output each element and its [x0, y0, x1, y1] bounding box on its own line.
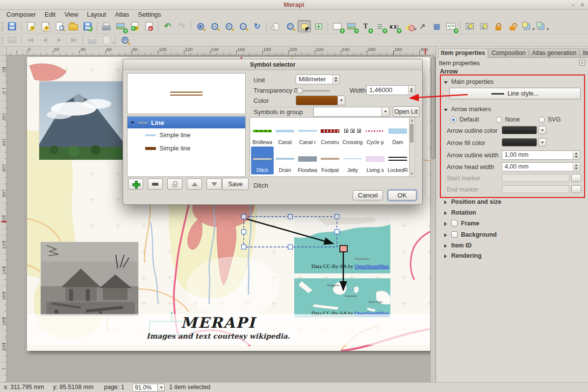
radio-svg-label[interactable]: SVG	[548, 116, 561, 123]
move-layer-down-button[interactable]	[206, 178, 222, 190]
radio-default-label[interactable]: Default	[460, 116, 479, 123]
open-template-icon[interactable]	[67, 20, 80, 32]
color-swatch[interactable]	[296, 96, 338, 105]
section-frame[interactable]: Frame	[461, 220, 480, 227]
symbol-bridleway[interactable]: Bridlewa	[251, 119, 274, 147]
undo-icon[interactable]	[161, 20, 174, 32]
inset-map-indonesia[interactable]: Singapore Indonesia Timor Leste Data CC-…	[294, 278, 390, 318]
panel-close-icon[interactable]	[579, 60, 585, 66]
close-icon[interactable]: ×	[581, 1, 584, 8]
menu-composer[interactable]: Composer	[2, 10, 40, 19]
symbol-drain[interactable]: Drain	[274, 147, 296, 174]
radio-none-label[interactable]: None	[505, 116, 520, 123]
atlas-next-icon[interactable]	[52, 34, 66, 46]
add-map-icon[interactable]	[331, 20, 344, 32]
symbol-ditch[interactable]: Ditch	[251, 147, 274, 174]
menu-view[interactable]: View	[60, 10, 82, 19]
radio-none[interactable]	[496, 117, 502, 123]
zoom-full-icon[interactable]	[194, 20, 207, 32]
section-rotation[interactable]: Rotation	[451, 209, 476, 216]
add-scalebar-icon[interactable]	[387, 20, 401, 32]
export-pdf-icon[interactable]	[142, 20, 155, 32]
move-item-content-icon[interactable]	[312, 20, 325, 32]
expand-caret-icon[interactable]	[444, 222, 447, 226]
symbol-construction[interactable]: Constru	[319, 119, 341, 147]
radio-svg[interactable]	[538, 117, 545, 123]
symbol-grid-scrollbar[interactable]	[409, 118, 414, 176]
expand-caret-icon[interactable]	[444, 244, 447, 248]
unlock-items-icon[interactable]	[506, 20, 519, 32]
export-svg-icon[interactable]	[128, 20, 141, 32]
symbol-canal-r[interactable]: Canal r	[296, 119, 319, 147]
tree-item-simple-line-1[interactable]: Simple line	[128, 128, 245, 142]
symbol-footpath[interactable]: Footpat	[319, 147, 341, 174]
duplicate-composition-icon[interactable]	[38, 20, 51, 32]
window-titlebar[interactable]: Merapi – ×	[0, 0, 588, 10]
ungroup-items-icon[interactable]	[477, 20, 490, 32]
atlas-preview-icon[interactable]	[5, 34, 19, 46]
cancel-button[interactable]: Cancel	[353, 190, 383, 200]
section-rendering[interactable]: Rendering	[451, 252, 482, 259]
expand-caret-icon[interactable]	[444, 211, 447, 215]
symbols-group-dropdown[interactable]	[382, 107, 389, 117]
tab-atlas-generation[interactable]: Atlas generation	[529, 48, 579, 57]
symbols-group-combo[interactable]	[313, 107, 382, 117]
lock-items-icon[interactable]	[491, 20, 505, 32]
add-symbol-layer-button[interactable]	[128, 178, 143, 190]
tree-caret-icon[interactable]	[130, 122, 134, 124]
atlas-prev-icon[interactable]	[38, 34, 51, 46]
menu-atlas[interactable]: Atlas	[110, 10, 133, 19]
expand-caret-icon[interactable]	[444, 254, 447, 258]
add-table-icon[interactable]	[430, 20, 443, 32]
tab-item-properties[interactable]: Item properties	[438, 48, 488, 58]
end-marker-browse-button[interactable]: ...	[571, 185, 581, 193]
expand-caret-icon[interactable]	[444, 233, 447, 237]
atlas-settings-icon[interactable]	[118, 34, 131, 46]
menu-settings[interactable]: Settings	[133, 10, 165, 19]
outline-color-dropdown[interactable]	[538, 126, 546, 134]
atlas-export-icon[interactable]	[100, 34, 113, 46]
lock-layer-color-button[interactable]	[167, 178, 182, 190]
radio-default[interactable]	[450, 117, 457, 123]
minimize-icon[interactable]: –	[571, 1, 575, 8]
add-image-icon[interactable]	[345, 20, 358, 32]
move-layer-up-button[interactable]	[187, 178, 202, 190]
width-spinbox[interactable]: 1,46000	[366, 85, 415, 95]
redo-icon[interactable]	[175, 20, 188, 32]
arrow-outline-width-spinbox[interactable]: 1,00 mm	[502, 150, 580, 160]
print-icon[interactable]	[100, 20, 113, 32]
arrow-outline-color-swatch[interactable]	[502, 126, 537, 134]
zoom-combo[interactable]: 91.0%	[132, 384, 158, 392]
refresh-icon[interactable]	[251, 20, 264, 32]
zoom-region-icon[interactable]	[283, 20, 297, 32]
add-legend-icon[interactable]	[373, 20, 386, 32]
tab-items[interactable]: Items	[580, 48, 588, 57]
arrow-markers-header[interactable]: Arrow markers	[451, 106, 491, 113]
save-as-template-icon[interactable]	[81, 20, 94, 32]
end-marker-field[interactable]	[502, 185, 569, 193]
canvas-vertical-scrollbar[interactable]	[430, 55, 435, 382]
expand-caret-icon[interactable]	[444, 200, 447, 204]
menu-edit[interactable]: Edit	[40, 10, 60, 19]
symbol-jetty[interactable]: Jetty	[341, 147, 364, 174]
symbol-crossing[interactable]: Crossing	[341, 119, 364, 147]
atlas-first-icon[interactable]	[24, 34, 37, 46]
collapse-caret-icon[interactable]	[444, 109, 448, 111]
destroyed-house-photo[interactable]	[41, 242, 138, 316]
unit-combo[interactable]: Millimeter	[296, 74, 340, 84]
raise-items-icon[interactable]	[520, 20, 533, 32]
add-arrow-icon[interactable]	[416, 20, 429, 32]
export-image-icon[interactable]	[114, 20, 127, 32]
fill-color-dropdown[interactable]	[538, 138, 546, 147]
add-label-icon[interactable]	[359, 20, 372, 32]
line-style-button[interactable]: Line style...	[449, 88, 581, 99]
transparency-slider[interactable]	[298, 90, 330, 92]
symbol-dam[interactable]: Dam	[386, 119, 409, 147]
open-library-button[interactable]: Open Library	[393, 106, 419, 117]
zoom-in-icon[interactable]	[222, 20, 235, 32]
new-composition-icon[interactable]	[24, 20, 37, 32]
save-project-icon[interactable]	[5, 20, 19, 32]
tree-item-line[interactable]: Line	[128, 117, 245, 128]
map-subtitle-label[interactable]: Images and text courtesy wikipedia.	[147, 332, 290, 341]
volcano-photo[interactable]	[39, 81, 123, 160]
